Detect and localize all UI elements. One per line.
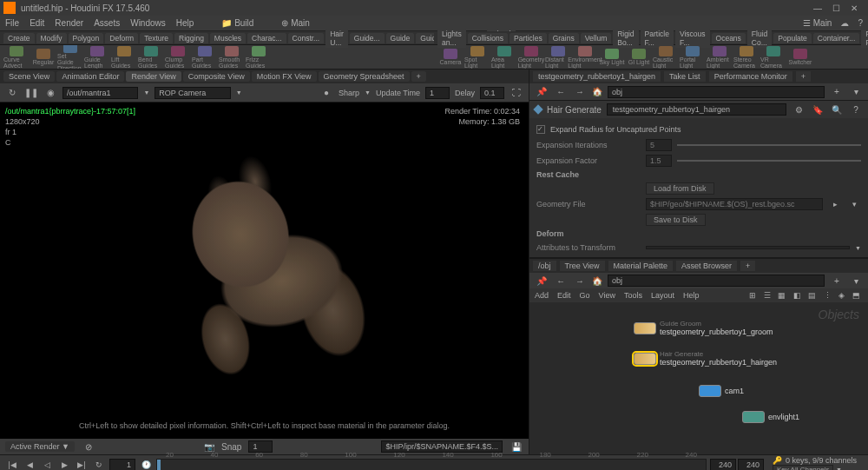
tab-motionfx[interactable]: Motion FX View (252, 71, 317, 82)
net-tab-obj[interactable]: /obj (533, 261, 556, 271)
param-tab-takes[interactable]: Take List (664, 71, 706, 82)
shelf-tool[interactable]: Switcher (787, 49, 813, 65)
net-home-icon[interactable]: 🏠 (592, 276, 602, 286)
tab-render-view[interactable]: Render View (126, 71, 181, 82)
shelf-tab[interactable]: Vellum (581, 33, 612, 43)
net-pin-icon[interactable]: 📌 (535, 274, 549, 288)
timeline-playhead[interactable] (157, 460, 161, 470)
delay-field[interactable] (480, 87, 504, 99)
desktop-main2[interactable]: ☰ Main (803, 18, 832, 28)
camera-field[interactable]: ROP Camera (155, 87, 230, 99)
shelf-tab[interactable]: Container... (813, 33, 859, 43)
desktop-build[interactable]: 📁 Build (221, 18, 253, 28)
net-tab-mat[interactable]: Material Palette (608, 261, 674, 271)
shelf-tool[interactable]: Sky Light (599, 49, 625, 65)
param-tab-perf[interactable]: Performance Monitor (709, 71, 792, 82)
update-time-field[interactable] (425, 87, 450, 99)
play-back-button[interactable]: ◁ (40, 458, 54, 471)
shelf-tab[interactable]: Collisions (468, 33, 508, 43)
menu-windows[interactable]: Windows (130, 18, 166, 28)
shelf-tab[interactable]: Rigid Bo... (613, 29, 638, 48)
shelf-tool[interactable]: Area Light (491, 46, 517, 69)
realtime-icon[interactable]: 🕐 (139, 458, 153, 471)
net-menu-help[interactable]: Help (683, 291, 700, 300)
save-render-button[interactable]: ◉ (43, 86, 57, 100)
shelf-tool[interactable]: Smooth Guides (219, 46, 245, 69)
geo-file-field[interactable]: $HIP/geo/$HIPNAME.$(OS)_rest.bgeo.sc (646, 198, 823, 210)
net-tool-icon[interactable]: ⊞ ☰ ▦ ◧ ▤ ⋮ ◈ ⬒ (749, 291, 863, 300)
shelf-tab[interactable]: Pyro FX (861, 29, 868, 48)
exp-fac-field[interactable]: 1.5 (646, 155, 672, 167)
shelf-tab[interactable]: Polygon (69, 33, 104, 43)
net-tab-tree[interactable]: Tree View (560, 261, 605, 271)
filter-dropdown[interactable]: ▼ (365, 89, 371, 96)
shelf-tool[interactable]: Portal Light (680, 46, 706, 69)
shelf-tool[interactable]: Frizz Guides (246, 46, 272, 69)
net-fwd-icon[interactable]: → (573, 274, 587, 288)
shelf-tab[interactable]: Create (3, 33, 35, 43)
shelf-tool[interactable]: Guide Length (84, 46, 110, 69)
net-tab-asset[interactable]: Asset Browser (676, 261, 737, 271)
param-tab-add[interactable]: + (796, 71, 811, 82)
shelf-tab[interactable]: Lights an... (437, 29, 466, 48)
end-frame-field[interactable] (710, 459, 736, 471)
shelf-tab[interactable]: Grains (549, 33, 579, 43)
net-menu-view[interactable]: View (599, 291, 615, 300)
shelf-tool[interactable]: Caustic Light (653, 46, 679, 69)
gear-icon[interactable]: ⚙ (792, 103, 806, 116)
tab-geo-spread[interactable]: Geometry Spreadsheet (319, 71, 410, 82)
shelf-tab[interactable]: Guide (386, 33, 415, 43)
render-view[interactable]: /out/mantra1{pbrraytrace}-17:57:07[1] 12… (0, 103, 529, 439)
node-cam[interactable]: cam1 (699, 385, 744, 397)
play-button[interactable]: ▶ (57, 458, 71, 471)
shelf-tool[interactable]: Bend Guides (138, 46, 164, 69)
tag-icon[interactable]: 🔖 (811, 103, 825, 116)
shelf-tab[interactable]: Constr... (288, 33, 325, 43)
net-back-icon[interactable]: ← (554, 274, 568, 288)
shelf-tab[interactable]: Populate (773, 33, 812, 43)
exp-fac-slider[interactable] (677, 160, 861, 162)
shelf-tab[interactable]: Deform (105, 33, 138, 43)
first-frame-button[interactable]: |◀ (5, 458, 19, 471)
shelf-tool[interactable]: Curve Advect (3, 46, 30, 69)
fwd-icon[interactable]: → (573, 85, 587, 99)
net-menu-icon[interactable]: ▾ (849, 274, 863, 288)
load-from-disk-button[interactable]: Load from Disk (646, 182, 714, 195)
rop-path-dropdown[interactable]: ▼ (143, 89, 149, 96)
shelf-tab[interactable]: Rigging (174, 33, 208, 43)
shelf-tab[interactable]: Hair U... (326, 29, 348, 48)
menu-assets[interactable]: Assets (94, 18, 120, 28)
tab-anim-editor[interactable]: Animation Editor (56, 71, 124, 82)
help-icon[interactable]: ? (858, 18, 863, 28)
node-groom[interactable]: Guide Groom testgeometry_rubbertoy1_groo… (634, 320, 773, 336)
expand-button[interactable]: ⛶ (510, 86, 523, 100)
menu-help[interactable]: Help (176, 18, 194, 28)
net-menu-edit[interactable]: Edit (557, 291, 571, 300)
close-button[interactable]: ✕ (851, 3, 858, 13)
shelf-tool[interactable]: Camera (437, 49, 464, 65)
shelf-tool[interactable]: Set Guide Direction (57, 45, 83, 70)
shelf-tool[interactable]: VR Camera (760, 46, 786, 69)
attr-trans-dropdown[interactable]: ▼ (855, 245, 861, 251)
shelf-tab[interactable]: Guide... (350, 33, 385, 43)
shelf-tool[interactable]: Ambient Light (707, 46, 733, 69)
node-name-field[interactable]: testgeometry_rubbertoy1_hairgen (607, 103, 786, 116)
param-menu-icon[interactable]: ▾ (849, 85, 863, 99)
shelf-tool[interactable]: Geometry Light (518, 46, 544, 69)
geo-file-chooser-icon[interactable]: ▸ (828, 197, 842, 211)
net-tab-add[interactable]: + (740, 261, 755, 271)
shelf-tool[interactable]: Environment Light (572, 46, 598, 69)
net-menu-tools[interactable]: Tools (624, 291, 642, 300)
tab-add[interactable]: + (411, 71, 426, 82)
folder-icon[interactable]: 🏠 (592, 87, 602, 96)
geo-file-menu-icon[interactable]: ▾ (847, 197, 861, 211)
pin-icon[interactable]: 📌 (535, 85, 549, 99)
tab-composite[interactable]: Composite View (183, 71, 250, 82)
node-envlight[interactable]: envlight1 (742, 411, 799, 423)
menu-render[interactable]: Render (55, 18, 83, 28)
pause-button[interactable]: ❚❚ (24, 86, 38, 100)
net-menu-layout[interactable]: Layout (651, 291, 674, 300)
tab-scene-view[interactable]: Scene View (3, 71, 55, 82)
shelf-tab[interactable]: Charac... (247, 33, 286, 43)
param-tab-node[interactable]: testgeometry_rubbertoy1_hairgen (533, 71, 661, 82)
